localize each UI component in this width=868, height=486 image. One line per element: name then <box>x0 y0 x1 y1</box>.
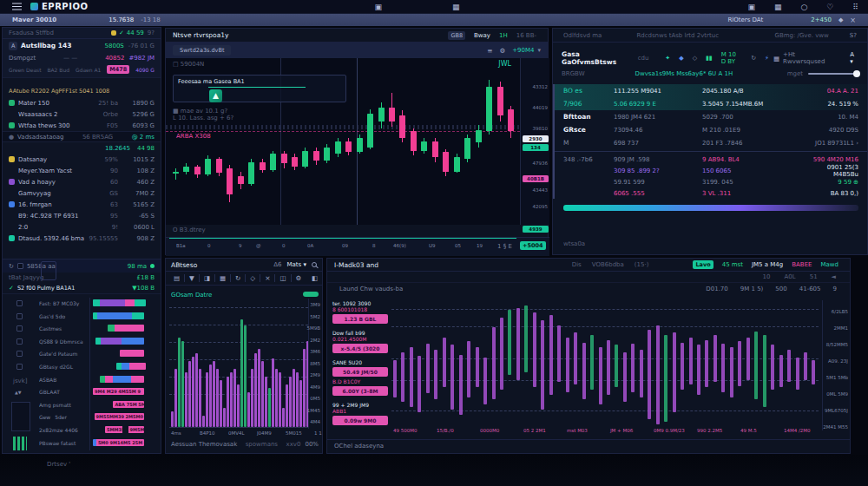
order-table-row[interactable]: M698 737201 F3 .7846JO1 89731L1 › <box>555 136 867 149</box>
market-subheader-item[interactable]: ◄ <box>832 273 836 280</box>
spark-icon[interactable]: ✦ <box>665 55 670 62</box>
calendar-icon[interactable]: ▦ <box>774 3 782 11</box>
market-chart[interactable] <box>391 300 819 426</box>
watchlist-row[interactable]: Vad a hoayy60460 Z <box>3 176 161 187</box>
slider-label: mget <box>787 70 803 77</box>
diamond-icon[interactable]: ◆ <box>679 55 683 62</box>
watchlist-row[interactable]: 16. fmrgan635165 Z <box>3 199 161 210</box>
mini-tool-icon-4[interactable]: ↻ <box>235 274 240 282</box>
watchlist-row[interactable]: Datsanay59%1015 Z <box>3 154 161 165</box>
apps-icon[interactable]: ⠿ <box>852 3 858 11</box>
price-axis[interactable]: 433124401939810479364344342095293013440B… <box>520 58 549 225</box>
mini-bar <box>213 361 215 428</box>
filter-icon[interactable]: ◆ <box>838 16 843 23</box>
mini-tool-icon-3[interactable]: ▦ <box>220 274 226 282</box>
mini-bar <box>171 411 174 427</box>
timeframe-badge[interactable]: GB8 <box>448 31 465 40</box>
row-checkbox[interactable] <box>16 351 23 357</box>
market-header-mid-item[interactable]: (15·) <box>635 261 649 268</box>
file-icon <box>41 261 56 280</box>
market-subheader-item[interactable]: A0L <box>785 273 796 280</box>
order-table-row[interactable]: 309 85 .899 2?150 60650901 25(3 M4B5Bu <box>555 165 867 176</box>
range-label[interactable]: M 10 D BY <box>721 51 742 65</box>
outline-diamond-icon[interactable]: ◇ <box>693 55 697 62</box>
order-toolbar-right-label[interactable]: +Ht Rwvwrsqused <box>783 51 834 65</box>
chart-header-item[interactable]: 1H <box>499 32 508 39</box>
grid-view-icon[interactable]: ▦ <box>773 55 779 62</box>
watchlist-row[interactable]: B9: 4C.928 TP 693195-65 S <box>3 210 161 221</box>
time-axis[interactable]: B1a09@00A09846(9)U90519 1 § E +5004 <box>166 237 549 256</box>
order-table-row[interactable]: 59.91 5993199. 0459 59 ⊕ <box>555 176 867 187</box>
mini-bar <box>272 358 274 427</box>
subbar-center-label[interactable]: RlOters DAt <box>727 16 763 23</box>
position-bar: 9M55MM39 2M5M0 <box>95 413 145 420</box>
order-table-row[interactable]: 6065 .5553 VL .311BA 83 0,) <box>555 187 867 199</box>
order-header-far[interactable]: S? <box>850 32 857 39</box>
mini-tool-icon-5[interactable]: ◇ <box>250 274 255 282</box>
bars-icon[interactable]: ▮▮ <box>706 55 713 62</box>
mini-tool-icon-0[interactable]: ▤ <box>174 274 180 282</box>
mini-tool-icon-8[interactable]: ⚙ <box>296 274 302 282</box>
flash-icon[interactable]: ⚡ <box>765 55 769 62</box>
mini-tool-icon-7[interactable]: ◫ <box>279 274 286 282</box>
mini-chart[interactable] <box>169 299 308 429</box>
order-table-row[interactable]: 7/9065.06 6929 9 E3.5045 7.154MB.6M24. 5… <box>555 97 867 110</box>
layout-icon[interactable]: ▦ <box>452 3 460 11</box>
gear-icon[interactable]: ⚙ <box>499 47 505 55</box>
chart-header-item[interactable]: 16 BB- <box>516 32 536 39</box>
row-checkbox[interactable] <box>16 325 23 332</box>
order-toolbar-dropdown[interactable]: A ▾ <box>850 51 858 65</box>
order-table-row[interactable]: BO es111.255 M90412045.180 A/B04.A A. 21 <box>555 84 867 97</box>
mini-tool-icon-right[interactable]: ◧ <box>312 274 318 282</box>
mini-dropdown[interactable]: Mats ▾ <box>287 261 306 268</box>
panels-icon[interactable]: ▣ <box>374 3 382 11</box>
refresh-icon[interactable]: ↻ <box>751 55 756 62</box>
summary-row-1[interactable]: A Autsllbag 143 5800S -76 01 G <box>3 39 161 52</box>
watchlist-row[interactable]: Mater 15025! ba1890 G <box>3 97 161 108</box>
watchlist-row[interactable]: Wtfaa thews 300F056093 G <box>3 120 161 131</box>
market-subheader-item[interactable]: 10 <box>763 273 771 280</box>
watchlist-row[interactable]: Wsaasaacs 2Orbe5296 G <box>3 108 161 120</box>
summary-row-2[interactable]: Dsmpgzt — — 40852 #982 JM <box>3 52 161 63</box>
market-subheader-item[interactable]: 51 <box>810 273 818 280</box>
chart-header-item[interactable]: Bway <box>474 32 490 39</box>
list-icon[interactable]: ≡ <box>487 47 492 55</box>
watchlist-lock-row[interactable]: ● Vadsadsataoag 56 BR5AG @ 2 ms <box>3 131 161 142</box>
watchlist-value-2: 460 Z <box>125 179 155 186</box>
search-icon[interactable] <box>312 262 317 267</box>
row-checkbox[interactable] <box>16 364 23 370</box>
row-checkbox[interactable] <box>16 313 23 319</box>
row-checkbox[interactable] <box>16 338 23 345</box>
menu-icon[interactable] <box>12 6 22 8</box>
select-all-checkbox[interactable] <box>17 263 23 269</box>
mini-tool-icon-6[interactable]: × <box>265 274 270 282</box>
watchlist-row[interactable]: Meyer.Yaam Yacst90108 Z <box>3 165 161 176</box>
refresh-icon[interactable]: ↻ <box>9 263 14 270</box>
symbol-search-pill[interactable]: Swrtd2a3s.dvBt <box>173 45 231 56</box>
close-icon[interactable]: × <box>850 16 856 24</box>
mini-gridline <box>169 307 308 308</box>
watchlist-row[interactable]: GamvyyagGS7M0 Z <box>3 187 161 199</box>
subbar-market-label[interactable]: Maver 30010 <box>12 16 56 23</box>
baseline-ray <box>169 238 516 239</box>
order-table-row[interactable]: GRsce73094.46M 210 .01E94920 D9S <box>555 123 867 136</box>
market-header-mid-item[interactable]: Dis <box>572 261 582 268</box>
market-header-mid-item[interactable]: VOB6bdba <box>592 261 624 268</box>
chevron-down-icon[interactable]: ▾ <box>537 47 541 54</box>
mini-gridline <box>169 325 308 325</box>
slider-knob[interactable] <box>853 70 860 77</box>
order-table-row[interactable]: Bfttoan1980 JM4 6215029 .70010. M4 <box>555 110 867 123</box>
grid-icon[interactable]: ▣ <box>747 3 755 11</box>
candlestick-chart[interactable]: □ 59004N JWL Feeesaa ma Gasea BA1 ▲ ■ ma… <box>166 58 520 225</box>
mini-tool-icon-2[interactable]: ◨ <box>204 274 210 282</box>
row-checkbox[interactable] <box>16 300 23 306</box>
sync-icon[interactable]: ○ <box>800 3 807 11</box>
mini-tool-icon-1[interactable]: ▼ <box>189 274 194 282</box>
sort-arrows-icon[interactable]: ▲▼ <box>15 390 22 395</box>
watchlist-row[interactable]: 2:09!0600 L <box>3 221 161 233</box>
market-bar <box>705 340 708 387</box>
watchlist-row[interactable]: Dtasud. 5392.46 bma95.15555908 Z <box>3 233 161 244</box>
chat-icon[interactable]: ♡ <box>826 3 833 11</box>
leverage-slider[interactable] <box>808 73 858 75</box>
market-bar <box>689 338 693 384</box>
